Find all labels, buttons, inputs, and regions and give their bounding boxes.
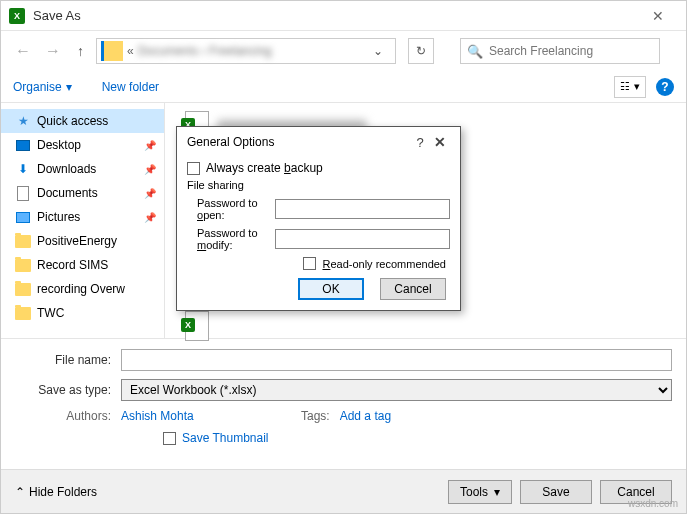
excel-app-icon: X (9, 8, 25, 24)
authors-label: Authors: (15, 409, 121, 423)
folder-icon (15, 259, 31, 272)
back-icon[interactable]: ← (11, 42, 35, 60)
address-bar[interactable]: « Documents › Freelancing ⌄ (96, 38, 396, 64)
help-icon[interactable]: ? (656, 78, 674, 96)
sidebar-item-recording-overw[interactable]: recording Overw (1, 277, 164, 301)
pin-icon: 📌 (144, 188, 156, 199)
file-sharing-label: File sharing (187, 179, 450, 191)
authors-value[interactable]: Ashish Mohta (121, 409, 301, 423)
pin-icon: 📌 (144, 212, 156, 223)
dialog-help-icon[interactable]: ? (410, 135, 430, 150)
watermark: wsxdn.com (628, 498, 678, 509)
forward-icon[interactable]: → (41, 42, 65, 60)
folder-icon (15, 235, 31, 248)
quick-access-icon: ★ (15, 113, 31, 129)
dialog-cancel-button[interactable]: Cancel (380, 278, 446, 300)
sidebar-item-pictures[interactable]: Pictures 📌 (1, 205, 164, 229)
desktop-icon (16, 140, 30, 151)
address-dropdown-icon[interactable]: ⌄ (365, 44, 391, 58)
sidebar: ★ Quick access Desktop 📌 ⬇ Downloads 📌 D… (1, 103, 165, 338)
read-only-checkbox[interactable] (303, 257, 316, 270)
password-open-label: Password to open: (187, 197, 275, 221)
sidebar-item-downloads[interactable]: ⬇ Downloads 📌 (1, 157, 164, 181)
password-modify-label: Password to modify: (187, 227, 275, 251)
pin-icon: 📌 (144, 164, 156, 175)
navbar: ← → ↑ « Documents › Freelancing ⌄ ↻ 🔍 Se… (1, 31, 686, 71)
save-as-type-label: Save as type: (15, 383, 121, 397)
titlebar: X Save As ✕ (1, 1, 686, 31)
folder-icon (101, 41, 123, 61)
folder-icon (15, 283, 31, 296)
up-icon[interactable]: ↑ (71, 43, 90, 59)
dialog-ok-button[interactable]: OK (298, 278, 364, 300)
search-input[interactable]: 🔍 Search Freelancing (460, 38, 660, 64)
breadcrumb: Documents › Freelancing (138, 44, 272, 58)
dialog-title: General Options (187, 135, 410, 149)
tags-value[interactable]: Add a tag (340, 409, 391, 423)
general-options-dialog: General Options ? ✕ Always create backup… (176, 126, 461, 311)
documents-icon (17, 186, 29, 201)
search-icon: 🔍 (467, 44, 483, 59)
filename-input[interactable] (121, 349, 672, 371)
folder-icon (15, 307, 31, 320)
pin-icon: 📌 (144, 140, 156, 151)
dialog-titlebar: General Options ? ✕ (177, 127, 460, 157)
save-button[interactable]: Save (520, 480, 592, 504)
always-backup-label: Always create backup (206, 161, 323, 175)
save-as-type-select[interactable]: Excel Workbook (*.xlsx) (121, 379, 672, 401)
sidebar-item-documents[interactable]: Documents 📌 (1, 181, 164, 205)
password-modify-input[interactable] (275, 229, 450, 249)
toolbar: Organise ▾ New folder ☷ ▾ ? (1, 71, 686, 103)
downloads-icon: ⬇ (15, 161, 31, 177)
sidebar-item-twc[interactable]: TWC (1, 301, 164, 325)
sidebar-item-desktop[interactable]: Desktop 📌 (1, 133, 164, 157)
close-icon[interactable]: ✕ (638, 8, 678, 24)
dialog-close-icon[interactable]: ✕ (430, 134, 450, 150)
view-options-button[interactable]: ☷ ▾ (614, 76, 646, 98)
save-thumbnail-label: Save Thumbnail (182, 431, 269, 445)
chevron-up-icon: ⌃ (15, 485, 25, 499)
organise-button[interactable]: Organise ▾ (13, 80, 72, 94)
filename-label: File name: (15, 353, 121, 367)
chevron-down-icon: ▾ (66, 80, 72, 94)
hide-folders-button[interactable]: ⌃ Hide Folders (15, 485, 97, 499)
password-open-input[interactable] (275, 199, 450, 219)
tools-button[interactable]: Tools ▾ (448, 480, 512, 504)
save-as-window: X Save As ✕ ← → ↑ « Documents › Freelanc… (0, 0, 687, 514)
window-title: Save As (33, 8, 638, 23)
save-form: File name: Save as type: Excel Workbook … (1, 339, 686, 455)
sidebar-item-quick-access[interactable]: ★ Quick access (1, 109, 164, 133)
pictures-icon (16, 212, 30, 223)
excel-file-icon (185, 311, 209, 341)
new-folder-button[interactable]: New folder (102, 80, 159, 94)
read-only-label: Read-only recommended (322, 258, 446, 270)
always-backup-checkbox[interactable] (187, 162, 200, 175)
refresh-button[interactable]: ↻ (408, 38, 434, 64)
save-thumbnail-checkbox[interactable] (163, 432, 176, 445)
refresh-icon: ↻ (416, 44, 426, 58)
sidebar-item-record-sims[interactable]: Record SIMS (1, 253, 164, 277)
list-item[interactable] (173, 311, 678, 341)
footer: ⌃ Hide Folders Tools ▾ Save Cancel (1, 469, 686, 513)
search-placeholder: Search Freelancing (489, 44, 593, 58)
chevron-down-icon: ▾ (494, 485, 500, 499)
sidebar-item-positiveenergy[interactable]: PositiveEnergy (1, 229, 164, 253)
breadcrumb-sep: « (127, 44, 134, 58)
tags-label: Tags: (301, 409, 330, 423)
